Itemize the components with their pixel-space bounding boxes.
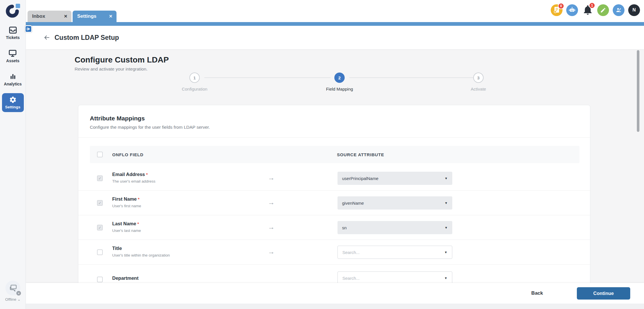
wizard-footer: Back Continue [26, 283, 644, 304]
step-2-circle[interactable]: 2 [334, 73, 345, 83]
caret-down-icon: ▼ [444, 251, 447, 254]
table-body: ✓ Email Address* The user's email addres… [78, 166, 590, 294]
step-connector [204, 77, 331, 78]
back-button[interactable]: Back [531, 290, 543, 296]
row-checkbox[interactable]: ✓ [97, 200, 103, 206]
check-icon: ✓ [98, 176, 102, 181]
continue-button[interactable]: Continue [577, 287, 630, 300]
sidebar-item-analytics[interactable]: Analytics [4, 73, 22, 86]
vertical-scrollbar-thumb[interactable] [637, 50, 639, 132]
sidebar-item-tickets[interactable]: Tickets [6, 26, 20, 40]
required-asterisk: * [138, 197, 139, 202]
step-1-label: Configuration [182, 87, 207, 91]
sidebar-expand-icon[interactable] [25, 25, 32, 33]
search-placeholder: Search... [342, 250, 360, 255]
field-label: First Name [112, 196, 137, 202]
field-label: Title [112, 246, 122, 251]
selected-value: givenName [342, 201, 364, 206]
chat-bubbles-icon [9, 284, 17, 292]
tab-strip: Inbox ✕ Settings ✕ 0 [26, 0, 644, 22]
notifications-bell-icon[interactable]: 1 [582, 4, 593, 16]
sidebar-item-settings[interactable]: Settings [2, 93, 24, 112]
arrow-right-icon: → [268, 198, 275, 206]
table-row-email-address: ✓ Email Address* The user's email addres… [78, 166, 590, 191]
robot-icon [569, 7, 576, 13]
sidebar-item-assets[interactable]: Assets [6, 50, 20, 63]
chat-offline-badge: ✕ [16, 291, 21, 296]
sidebar-item-label: Analytics [4, 82, 22, 86]
avatar-initial: N [633, 7, 636, 13]
gear-icon [9, 96, 17, 103]
tab-settings-label: Settings [77, 13, 96, 19]
bot-assistant-icon[interactable] [566, 4, 578, 16]
table-row-title: Title User's title within the organizati… [78, 240, 590, 265]
compose-icon[interactable] [597, 4, 609, 16]
active-tab-bar [26, 22, 644, 26]
close-icon[interactable]: ✕ [109, 14, 112, 19]
source-attribute-search-select[interactable]: Search... ▼ [337, 246, 452, 259]
main-content: Custom LDAP Setup Configure Custom LDAP … [26, 26, 644, 309]
search-placeholder: Search... [342, 276, 360, 281]
check-icon: ✓ [98, 201, 102, 205]
step-1-circle[interactable]: 1 [189, 73, 200, 83]
arrow-left-icon [43, 34, 51, 41]
table-row-first-name: ✓ First Name* User's first name → givenN… [78, 191, 590, 215]
page-title: Custom LDAP Setup [55, 34, 119, 42]
wizard-subtitle: Review and activate your integration. [75, 67, 148, 72]
chat-bubble-button[interactable]: ✕ [5, 281, 20, 296]
table-header: ONFLO FIELD SOURCE ATTRIBUTE [90, 146, 579, 163]
back-arrow-button[interactable] [42, 33, 51, 42]
source-attribute-select[interactable]: userPrincipalName ▼ [337, 172, 452, 185]
required-asterisk: * [146, 172, 148, 177]
table-row-last-name: ✓ Last Name* User's last name → sn ▼ [78, 215, 590, 240]
row-checkbox[interactable] [97, 277, 103, 282]
source-attribute-select[interactable]: givenName ▼ [337, 196, 452, 210]
select-all-checkbox[interactable] [97, 152, 103, 157]
field-label: Department [112, 275, 139, 281]
arrow-right-icon: → [268, 248, 275, 256]
divider [78, 137, 590, 138]
caret-down-icon: ▼ [445, 177, 448, 180]
source-attribute-select[interactable]: sn ▼ [337, 221, 452, 234]
step-3-circle[interactable]: 3 [473, 73, 484, 83]
column-header-onflo-field: ONFLO FIELD [112, 152, 143, 157]
tab-inbox-label: Inbox [32, 13, 45, 19]
caret-down-icon: ▼ [445, 201, 448, 205]
sidebar: Tickets Assets Analytics Settings [0, 0, 26, 309]
user-avatar[interactable]: N [628, 4, 640, 16]
column-header-source-attribute: SOURCE ATTRIBUTE [337, 152, 384, 157]
arrow-right-icon: → [268, 174, 275, 182]
pending-tasks-icon[interactable]: 0 [551, 4, 562, 16]
offline-status-label: Offline ⌄ [5, 297, 21, 302]
close-icon[interactable]: ✕ [64, 14, 67, 19]
row-checkbox[interactable]: ✓ [97, 225, 103, 230]
field-description: User's title within the organization [112, 253, 170, 257]
chat-widget[interactable]: ✕ Offline ⌄ [0, 281, 26, 302]
bottom-strip [26, 304, 644, 309]
step-connector [349, 77, 474, 78]
analytics-icon [9, 73, 17, 80]
attribute-mappings-card: Attribute Mappings Configure the mapping… [78, 105, 590, 294]
pencil-icon [600, 7, 606, 13]
row-checkbox[interactable] [97, 249, 103, 255]
support-icon[interactable] [613, 4, 624, 16]
check-icon: ✓ [98, 226, 102, 230]
field-label: Email Address [112, 172, 145, 177]
field-label: Last Name [112, 221, 136, 226]
field-description: User's first name [112, 204, 141, 208]
notifications-badge: 1 [589, 2, 595, 9]
page-header: Custom LDAP Setup [26, 26, 644, 49]
wizard-title: Configure Custom LDAP [75, 55, 169, 64]
selected-value: sn [342, 225, 347, 230]
row-checkbox[interactable]: ✓ [97, 175, 103, 181]
tab-inbox[interactable]: Inbox ✕ [28, 11, 71, 22]
card-title: Attribute Mappings [90, 115, 145, 122]
sidebar-item-label: Settings [5, 105, 20, 109]
app-screen: Inbox ✕ Settings ✕ 0 [0, 0, 644, 309]
field-description: User's last name [112, 228, 141, 233]
caret-down-icon: ▼ [444, 276, 447, 280]
tab-settings[interactable]: Settings ✕ [73, 11, 117, 22]
sidebar-item-label: Tickets [6, 35, 20, 40]
arrow-right-icon: → [268, 223, 275, 231]
step-2-label: Field Mapping [326, 87, 353, 91]
